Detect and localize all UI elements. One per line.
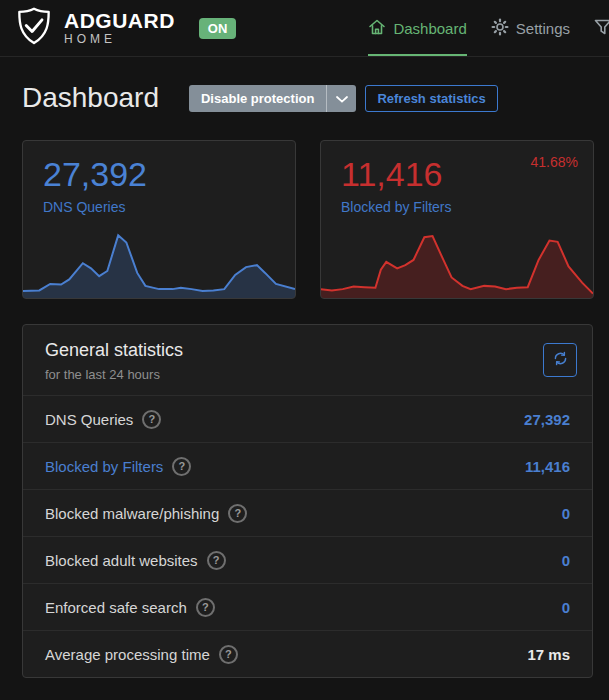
row-label: Blocked adult websites (45, 552, 198, 569)
brand-title: ADGUARD (64, 10, 175, 32)
general-statistics-title: General statistics (45, 340, 183, 361)
nav-item-settings[interactable]: Settings (491, 0, 570, 56)
general-statistics-header: General statistics for the last 24 hours (23, 325, 592, 395)
general-statistics-subtitle: for the last 24 hours (45, 367, 183, 382)
blocked-filters-card: 41.68% 11,416 Blocked by Filters (320, 140, 594, 299)
row-label: Enforced safe search (45, 599, 187, 616)
row-value: 11,416 (525, 458, 570, 475)
brand-subtitle: HOME (64, 32, 175, 46)
blocked-percent: 41.68% (531, 154, 578, 170)
brand-logo[interactable]: ADGUARD HOME (14, 6, 175, 50)
page-title: Dashboard (22, 82, 159, 114)
main-content: Dashboard Disable protection Refresh sta… (0, 82, 609, 678)
page-header: Dashboard Disable protection Refresh sta… (22, 82, 594, 114)
table-row: Average processing time ? 17 ms (23, 630, 592, 677)
main-nav: Dashboard Settings (368, 0, 609, 56)
row-value: 17 ms (527, 646, 570, 663)
table-row: Enforced safe search ? 0 (23, 583, 592, 630)
general-statistics-table: DNS Queries ? 27,392 Blocked by Filters … (23, 395, 592, 677)
row-value: 0 (562, 552, 570, 569)
table-row: Blocked malware/phishing ? 0 (23, 489, 592, 536)
blocked-filters-sparkline (321, 226, 593, 298)
help-icon[interactable]: ? (207, 551, 226, 570)
row-label-link[interactable]: Blocked by Filters (45, 458, 163, 475)
nav-item-label: Settings (516, 20, 570, 37)
help-icon[interactable]: ? (172, 457, 191, 476)
row-value: 27,392 (524, 411, 570, 428)
general-statistics-card: General statistics for the last 24 hours… (22, 324, 593, 678)
row-value: 0 (562, 599, 570, 616)
nav-item-dashboard[interactable]: Dashboard (368, 0, 466, 56)
dns-queries-sparkline (23, 226, 295, 298)
refresh-table-button[interactable] (543, 343, 577, 377)
protection-dropdown-toggle[interactable] (326, 85, 356, 112)
gear-icon (491, 18, 509, 39)
table-row: Blocked adult websites ? 0 (23, 536, 592, 583)
row-label: Blocked malware/phishing (45, 505, 219, 522)
row-label: Average processing time (45, 646, 210, 663)
disable-protection-button[interactable]: Disable protection (189, 85, 356, 112)
refresh-icon (552, 350, 569, 370)
help-icon[interactable]: ? (142, 410, 161, 429)
blocked-filters-label[interactable]: Blocked by Filters (341, 199, 593, 215)
refresh-statistics-button[interactable]: Refresh statistics (365, 85, 497, 112)
home-icon (368, 18, 386, 39)
help-icon[interactable]: ? (228, 504, 247, 523)
row-label: DNS Queries (45, 411, 133, 428)
dns-queries-label[interactable]: DNS Queries (43, 199, 295, 215)
chevron-down-icon (336, 91, 348, 106)
help-icon[interactable]: ? (196, 598, 215, 617)
nav-item-filters[interactable] (594, 0, 609, 56)
dns-queries-card: 27,392 DNS Queries (22, 140, 296, 299)
disable-protection-label[interactable]: Disable protection (189, 85, 326, 112)
table-row: DNS Queries ? 27,392 (23, 395, 592, 442)
protection-status-badge: ON (199, 18, 237, 39)
help-icon[interactable]: ? (219, 645, 238, 664)
top-navbar: ADGUARD HOME ON Dashboard (0, 0, 609, 57)
stat-cards-row: 27,392 DNS Queries 41.68% 11,416 Blocked… (22, 140, 594, 299)
nav-item-label: Dashboard (393, 20, 466, 37)
table-row: Blocked by Filters ? 11,416 (23, 442, 592, 489)
shield-check-icon (14, 6, 54, 50)
row-value: 0 (562, 505, 570, 522)
dns-queries-value: 27,392 (43, 155, 295, 194)
filter-icon (594, 18, 609, 39)
